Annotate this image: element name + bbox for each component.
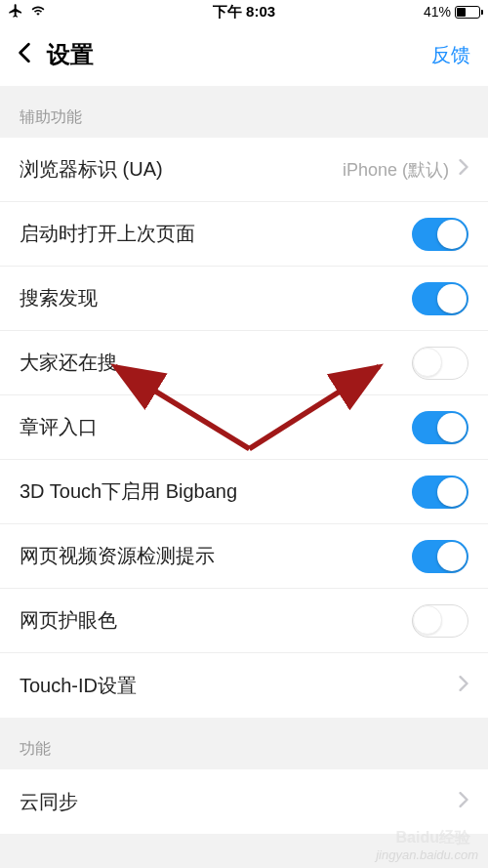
accessibility-list: 浏览器标识 (UA) iPhone (默认) 启动时打开上次页面 搜索发现 大家…: [0, 138, 488, 718]
row-value: iPhone (默认): [343, 158, 449, 182]
toggle-trending-search[interactable]: [412, 347, 468, 380]
row-cloud-sync[interactable]: 云同步: [0, 769, 488, 834]
row-label: Touch-ID设置: [20, 673, 137, 699]
toggle-3d-touch-bigbang[interactable]: [412, 475, 468, 509]
row-label: 搜索发现: [20, 285, 98, 311]
battery-icon: [455, 6, 480, 19]
toggle-video-detect[interactable]: [412, 540, 468, 573]
row-label: 网页护眼色: [20, 607, 117, 634]
row-3d-touch-bigbang: 3D Touch下启用 Bigbang: [0, 460, 488, 524]
section-header-features: 功能: [0, 718, 488, 769]
row-search-discover: 搜索发现: [0, 267, 488, 331]
toggle-search-discover[interactable]: [412, 282, 468, 315]
watermark-url: jingyan.baidu.com: [376, 847, 478, 862]
row-trending-search: 大家还在搜: [0, 331, 488, 395]
chevron-right-icon: [459, 676, 468, 696]
toggle-restore[interactable]: [412, 218, 468, 251]
toggle-chapter-comments[interactable]: [412, 411, 468, 444]
wifi-icon: [29, 4, 47, 21]
airplane-icon: [8, 3, 23, 21]
page-title: 设置: [47, 39, 94, 70]
status-time: 下午 8:03: [213, 3, 275, 21]
status-bar: 下午 8:03 41%: [0, 0, 488, 23]
battery-percent: 41%: [424, 4, 451, 20]
row-chapter-comments: 章评入口: [0, 395, 488, 460]
row-touch-id[interactable]: Touch-ID设置: [0, 653, 488, 718]
row-restore: 启动时打开上次页面: [0, 202, 488, 267]
row-ua[interactable]: 浏览器标识 (UA) iPhone (默认): [0, 138, 488, 202]
section-header-accessibility: 辅助功能: [0, 86, 488, 138]
row-label: 网页视频资源检测提示: [20, 543, 215, 569]
chevron-right-icon: [459, 792, 468, 812]
row-label: 3D Touch下启用 Bigbang: [20, 478, 237, 505]
row-label: 章评入口: [20, 414, 98, 440]
toggle-eye-protect[interactable]: [412, 604, 468, 638]
row-label: 大家还在搜: [20, 350, 117, 376]
row-label: 启动时打开上次页面: [20, 221, 195, 247]
row-video-detect: 网页视频资源检测提示: [0, 524, 488, 589]
row-label: 浏览器标识 (UA): [20, 156, 163, 183]
row-label: 云同步: [20, 789, 78, 815]
features-list: 云同步: [0, 769, 488, 834]
back-icon[interactable]: [18, 42, 31, 67]
feedback-button[interactable]: 反馈: [431, 42, 470, 68]
chevron-right-icon: [459, 159, 468, 180]
nav-bar: 设置 反馈: [0, 23, 488, 86]
watermark-logo: Baidu经验: [396, 828, 470, 848]
row-eye-protect: 网页护眼色: [0, 589, 488, 653]
